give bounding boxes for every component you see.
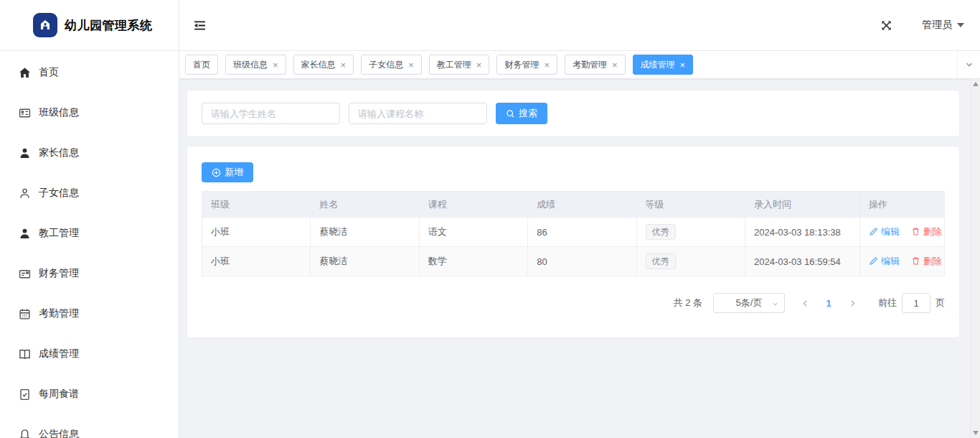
fullscreen-icon[interactable] (881, 20, 892, 31)
top-header: 管理员 (179, 0, 980, 51)
sidebar-item-label: 成绩管理 (39, 348, 79, 360)
edit-button[interactable]: 编辑 (869, 225, 900, 238)
sidebar-item-label: 每周食谱 (39, 388, 79, 401)
finance-icon (19, 268, 31, 280)
tab-child-info[interactable]: 子女信息 × (361, 55, 422, 75)
tabs-bar: 首页 班级信息 × 家长信息 × 子女信息 × 教工管理 × 财务管理 × 考勤… (179, 51, 980, 79)
search-button[interactable]: 搜索 (496, 103, 547, 124)
delete-button[interactable]: 删除 (911, 225, 942, 238)
school-logo-icon (33, 13, 57, 37)
cell-name: 蔡晓洁 (311, 247, 419, 276)
sidebar-item-label: 家长信息 (39, 146, 79, 159)
student-name-input[interactable] (202, 103, 340, 124)
col-header-time: 录入时间 (745, 192, 860, 218)
cell-time: 2024-03-03 18:13:38 (745, 218, 860, 247)
tab-staff-mgmt[interactable]: 教工管理 × (429, 55, 490, 75)
vertical-scrollbar[interactable] (970, 79, 980, 438)
home-icon (19, 67, 31, 79)
close-icon[interactable]: × (476, 60, 482, 70)
sidebar-fold-icon[interactable] (194, 19, 206, 32)
sidebar-menu: 首页 班级信息 家长信息 (0, 51, 179, 438)
app-title: 幼儿园管理系统 (65, 17, 153, 34)
sidebar-item-home[interactable]: 首页 (0, 52, 179, 93)
tabs-overflow-chevron[interactable] (957, 51, 980, 79)
sidebar: 幼儿园管理系统 首页 班级信息 (0, 0, 179, 438)
tab-attendance-mgmt[interactable]: 考勤管理 × (565, 55, 626, 75)
sidebar-item-label: 班级信息 (39, 106, 79, 119)
grade-table-panel: 新增 班级 姓名 课程 成绩 等级 录入时间 操作 (187, 146, 960, 338)
prev-page-button[interactable] (795, 293, 815, 313)
main-content: 搜索 新增 班级 姓名 课程 成绩 (179, 79, 970, 438)
course-name-input[interactable] (349, 103, 487, 124)
table-row: 小班 蔡晓洁 语文 86 优秀 2024-03-03 18:13:38 编辑 (202, 218, 945, 247)
cell-course: 数学 (419, 247, 527, 276)
child-person-icon (19, 187, 31, 200)
parent-person-icon (19, 147, 31, 159)
sidebar-item-child-info[interactable]: 子女信息 (0, 173, 179, 213)
edit-button[interactable]: 编辑 (869, 255, 900, 268)
kindergarten-admin-app: 幼儿园管理系统 首页 班级信息 (0, 0, 980, 438)
sidebar-item-label: 考勤管理 (39, 307, 79, 320)
page-size-select[interactable]: 5条/页 (713, 293, 785, 313)
recipe-doc-icon (19, 388, 31, 401)
grade-badge: 优秀 (646, 224, 676, 240)
close-icon[interactable]: × (341, 60, 347, 70)
col-header-class: 班级 (202, 192, 311, 218)
col-header-score: 成绩 (528, 192, 636, 218)
tab-grade-mgmt-active[interactable]: 成绩管理 × (633, 55, 694, 75)
delete-button[interactable]: 删除 (911, 255, 942, 268)
sidebar-item-staff-mgmt[interactable]: 教工管理 (0, 213, 179, 253)
logo-row: 幼儿园管理系统 (0, 0, 179, 51)
sidebar-item-label: 公告信息 (39, 428, 79, 438)
caret-down-icon (957, 23, 964, 27)
close-icon[interactable]: × (408, 60, 414, 70)
goto-page-input[interactable] (902, 293, 930, 313)
tab-parent-info[interactable]: 家长信息 × (293, 55, 354, 75)
sidebar-item-label: 子女信息 (39, 187, 79, 200)
scroll-down-icon[interactable] (973, 431, 979, 435)
class-card-icon (19, 107, 31, 119)
close-icon[interactable]: × (273, 60, 278, 70)
col-header-course: 课程 (419, 192, 527, 218)
next-page-button[interactable] (842, 293, 862, 313)
calendar-icon (19, 308, 31, 320)
cell-score: 80 (528, 247, 636, 276)
col-header-grade: 等级 (636, 192, 745, 218)
sidebar-item-parent-info[interactable]: 家长信息 (0, 133, 179, 173)
sidebar-item-finance-mgmt[interactable]: 财务管理 (0, 253, 179, 294)
sidebar-item-grade-mgmt[interactable]: 成绩管理 (0, 334, 179, 374)
cell-time: 2024-03-03 16:59:54 (745, 247, 860, 276)
sidebar-item-class-info[interactable]: 班级信息 (0, 93, 179, 133)
close-icon[interactable]: × (680, 60, 686, 70)
grades-table: 班级 姓名 课程 成绩 等级 录入时间 操作 小班 蔡晓洁 语文 86 (202, 191, 945, 276)
tab-finance-mgmt[interactable]: 财务管理 × (496, 55, 557, 75)
tab-home[interactable]: 首页 (185, 55, 218, 75)
cell-course: 语文 (419, 218, 527, 247)
pagination: 共 2 条 5条/页 1 前往 页 (202, 293, 945, 313)
cell-name: 蔡晓洁 (311, 218, 419, 247)
table-row: 小班 蔡晓洁 数学 80 优秀 2024-03-03 16:59:54 编辑 (202, 247, 945, 276)
scroll-up-icon[interactable] (973, 82, 979, 86)
close-icon[interactable]: × (612, 60, 618, 70)
sidebar-item-attendance-mgmt[interactable]: 考勤管理 (0, 294, 179, 334)
table-header-row: 班级 姓名 课程 成绩 等级 录入时间 操作 (202, 192, 945, 218)
bell-icon (19, 429, 31, 438)
header-right: 管理员 (881, 19, 980, 32)
page-unit-label: 页 (936, 297, 945, 309)
col-header-name: 姓名 (311, 192, 419, 218)
goto-label: 前往 (878, 297, 897, 309)
close-icon[interactable]: × (544, 60, 550, 70)
book-icon (19, 348, 31, 360)
sidebar-item-notice-info[interactable]: 公告信息 (0, 414, 179, 438)
cell-score: 86 (528, 218, 636, 247)
sidebar-item-weekly-recipe[interactable]: 每周食谱 (0, 374, 179, 414)
current-page-number[interactable]: 1 (819, 298, 839, 309)
cell-class: 小班 (202, 247, 311, 276)
col-header-actions: 操作 (860, 192, 945, 218)
search-panel: 搜索 (187, 90, 960, 137)
staff-person-icon (19, 228, 31, 240)
add-button[interactable]: 新增 (202, 162, 253, 182)
user-dropdown[interactable]: 管理员 (922, 19, 964, 32)
grade-badge: 优秀 (646, 253, 676, 269)
tab-class-info[interactable]: 班级信息 × (225, 55, 286, 75)
